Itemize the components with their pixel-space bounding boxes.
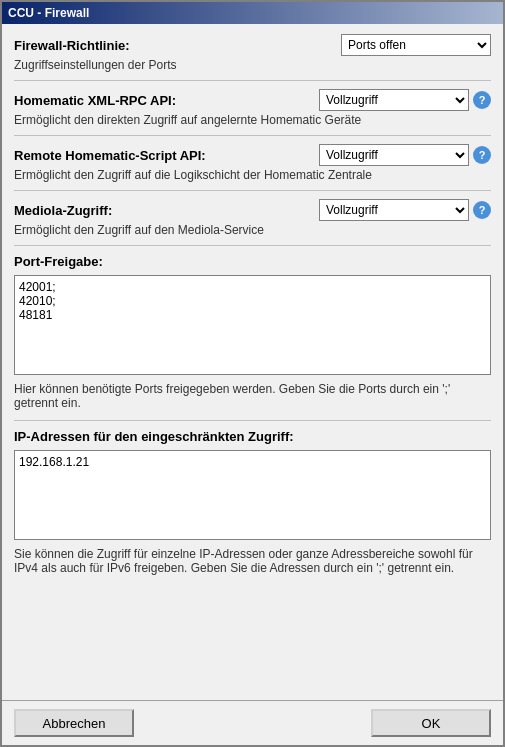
window-title: CCU - Firewall (8, 6, 89, 20)
port-freigabe-label: Port-Freigabe: (14, 254, 491, 269)
content-area: Firewall-Richtlinie: Ports offen Eingesc… (2, 24, 503, 700)
script-api-description: Ermöglicht den Zugriff auf die Logikschi… (14, 168, 491, 182)
script-api-row: Remote Homematic-Script API: Vollzugriff… (14, 144, 491, 166)
sep1 (14, 80, 491, 81)
mediola-label: Mediola-Zugriff: (14, 203, 319, 218)
ip-textarea[interactable]: 192.168.1.21 (14, 450, 491, 540)
sep5 (14, 420, 491, 421)
xml-rpc-row: Homematic XML-RPC API: Vollzugriff Einge… (14, 89, 491, 111)
xml-rpc-label: Homematic XML-RPC API: (14, 93, 319, 108)
policy-row: Firewall-Richtlinie: Ports offen Eingesc… (14, 34, 491, 56)
script-api-help-button[interactable]: ? (473, 146, 491, 164)
sep2 (14, 135, 491, 136)
mediola-select-wrapper: Vollzugriff Eingeschränkt Gesperrt ? (319, 199, 491, 221)
mediola-select[interactable]: Vollzugriff Eingeschränkt Gesperrt (319, 199, 469, 221)
title-bar: CCU - Firewall (2, 2, 503, 24)
footer: Abbrechen OK (2, 700, 503, 745)
policy-description: Zugriffseinstellungen der Ports (14, 58, 491, 72)
mediola-help-button[interactable]: ? (473, 201, 491, 219)
port-freigabe-textarea[interactable]: 42001; 42010; 48181 (14, 275, 491, 375)
port-hint: Hier können benötigte Ports freigegeben … (14, 382, 491, 410)
xml-rpc-description: Ermöglicht den direkten Zugriff auf ange… (14, 113, 491, 127)
ip-hint: Sie können die Zugriff für einzelne IP-A… (14, 547, 491, 575)
sep4 (14, 245, 491, 246)
ip-label: IP-Adressen für den eingeschränkten Zugr… (14, 429, 491, 444)
script-api-select-wrapper: Vollzugriff Eingeschränkt Gesperrt ? (319, 144, 491, 166)
policy-select-wrapper: Ports offen Eingeschränkt Gesperrt (341, 34, 491, 56)
mediola-description: Ermöglicht den Zugriff auf den Mediola-S… (14, 223, 491, 237)
main-window: CCU - Firewall Firewall-Richtlinie: Port… (0, 0, 505, 747)
cancel-button[interactable]: Abbrechen (14, 709, 134, 737)
xml-rpc-select-wrapper: Vollzugriff Eingeschränkt Gesperrt ? (319, 89, 491, 111)
ok-button[interactable]: OK (371, 709, 491, 737)
xml-rpc-help-button[interactable]: ? (473, 91, 491, 109)
sep3 (14, 190, 491, 191)
policy-select[interactable]: Ports offen Eingeschränkt Gesperrt (341, 34, 491, 56)
xml-rpc-select[interactable]: Vollzugriff Eingeschränkt Gesperrt (319, 89, 469, 111)
mediola-row: Mediola-Zugriff: Vollzugriff Eingeschrän… (14, 199, 491, 221)
script-api-label: Remote Homematic-Script API: (14, 148, 319, 163)
policy-label: Firewall-Richtlinie: (14, 38, 341, 53)
script-api-select[interactable]: Vollzugriff Eingeschränkt Gesperrt (319, 144, 469, 166)
